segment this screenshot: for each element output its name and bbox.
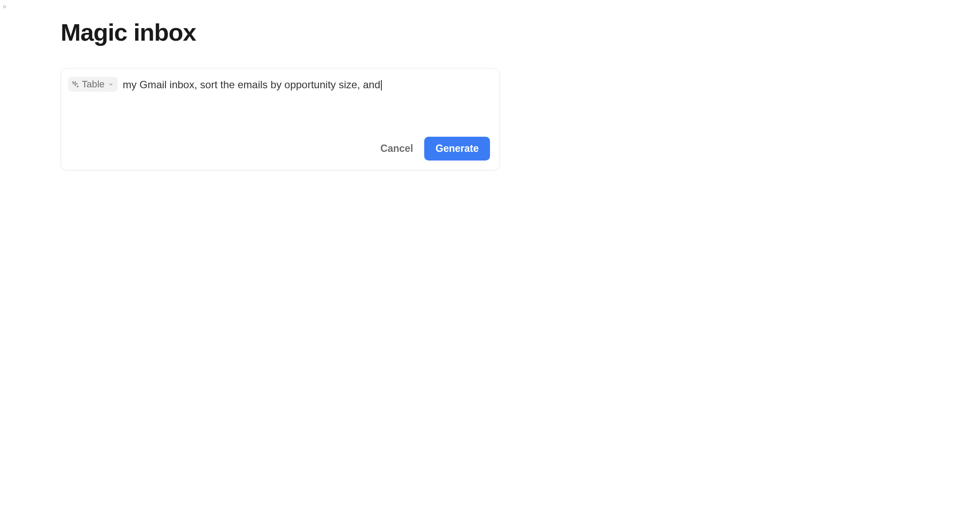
prompt-input-text: my Gmail inbox, sort the emails by oppor… [123, 79, 380, 90]
output-mode-selector[interactable]: Table [68, 77, 118, 92]
text-cursor [381, 80, 382, 90]
action-button-row: Cancel Generate [68, 137, 490, 161]
prompt-input-row: Table my Gmail inbox, sort the emails by… [68, 76, 490, 128]
mode-chip-label: Table [82, 80, 105, 89]
sparkle-icon [71, 80, 79, 88]
page-title: Magic inbox [61, 18, 196, 46]
chevron-down-icon [108, 82, 113, 87]
sidebar-collapse-toggle[interactable]: » [2, 2, 6, 11]
prompt-card: Table my Gmail inbox, sort the emails by… [61, 68, 500, 170]
cancel-button[interactable]: Cancel [377, 138, 416, 159]
generate-button[interactable]: Generate [424, 137, 490, 161]
prompt-input[interactable]: my Gmail inbox, sort the emails by oppor… [123, 76, 490, 92]
